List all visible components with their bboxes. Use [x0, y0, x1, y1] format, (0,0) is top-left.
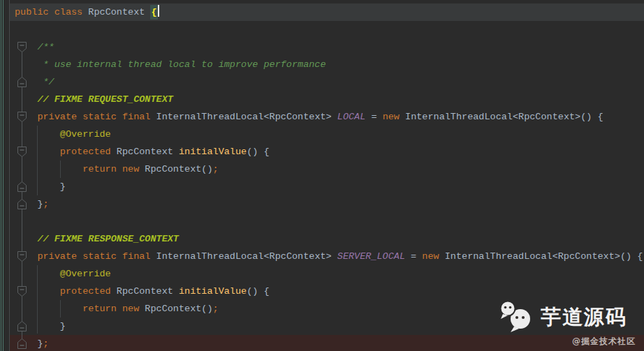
code-token-kw: public class: [15, 7, 88, 17]
watermark-credit-text: @掘金技术社区: [572, 336, 636, 348]
code-line-3[interactable]: /**: [10, 38, 644, 56]
gutter-separator: [9, 0, 10, 351]
code-token-fld: SERVER_LOCAL: [337, 251, 405, 262]
code-token-def: [15, 304, 82, 314]
text-caret: [158, 5, 159, 17]
code-token-def: () {: [247, 147, 269, 157]
fold-start-marker[interactable]: [17, 251, 27, 262]
code-token-kw: return new: [82, 164, 145, 174]
code-token-semi: ;: [213, 304, 219, 314]
code-line-7[interactable]: private static final InternalThreadLocal…: [10, 108, 644, 126]
code-token-fld: LOCAL: [337, 112, 366, 122]
code-token-def: =: [405, 251, 422, 262]
code-token-def: RpcContext(): [145, 164, 212, 174]
code-token-def: RpcContext: [117, 286, 179, 297]
wechat-icon: [499, 300, 534, 335]
code-line-10[interactable]: return new RpcContext();: [10, 160, 644, 178]
code-token-def: [15, 164, 82, 174]
code-line-11[interactable]: }: [10, 178, 644, 195]
code-token-def: InternalThreadLocal<RpcContext>() {: [439, 251, 643, 262]
fold-end-marker[interactable]: [17, 181, 27, 192]
indent-guide: [37, 265, 38, 334]
fold-end-marker[interactable]: [17, 338, 27, 349]
code-line-1[interactable]: public class RpcContext {: [10, 3, 644, 21]
watermark-brand-text: 芋道源码: [541, 304, 627, 331]
code-token-ann: @Override: [60, 269, 111, 279]
code-token-def: InternalThreadLocal<RpcContext>: [156, 112, 337, 122]
indent-guide: [37, 126, 38, 195]
code-token-def: InternalThreadLocal<RpcContext>() {: [400, 112, 603, 122]
code-line-20[interactable]: };: [10, 335, 644, 351]
code-token-kw: protected: [60, 286, 117, 297]
code-line-8[interactable]: @Override: [10, 126, 644, 143]
code-line-2[interactable]: [10, 21, 644, 38]
code-token-def: RpcContext: [117, 147, 179, 157]
code-token-semi: ;: [43, 338, 49, 349]
fold-end-marker[interactable]: [17, 77, 27, 87]
code-editor-area[interactable]: public class RpcContext { /** * use inte…: [0, 0, 644, 351]
code-token-semi: ;: [43, 199, 49, 209]
code-token-def: =: [365, 112, 382, 122]
code-line-15[interactable]: private static final InternalThreadLocal…: [10, 248, 644, 265]
code-token-def: InternalThreadLocal<RpcContext>: [156, 251, 337, 262]
intellij-editor: { "app": { "name": "IntelliJ-style Java …: [0, 0, 644, 351]
code-token-kw: private static final: [37, 251, 156, 262]
code-token-def: () {: [247, 286, 269, 297]
code-token-kw: protected: [60, 147, 117, 157]
code-token-kw: private static final: [37, 112, 156, 122]
code-token-def: RpcContext: [88, 7, 150, 17]
fold-start-marker[interactable]: [17, 112, 27, 122]
vcs-change-strip: [3, 0, 3, 351]
indent-guide: [60, 300, 61, 318]
code-token-semi: ;: [213, 164, 219, 174]
fold-start-marker[interactable]: [17, 42, 27, 52]
code-token-mth: initialValue: [179, 286, 247, 297]
code-token-ann: @Override: [60, 129, 111, 140]
fold-start-marker[interactable]: [17, 147, 27, 157]
code-line-16[interactable]: @Override: [10, 265, 644, 283]
fold-region-line: [22, 47, 22, 345]
code-line-12[interactable]: };: [10, 195, 644, 213]
fold-end-marker[interactable]: [17, 199, 27, 209]
code-line-5[interactable]: */: [10, 73, 644, 91]
code-token-kw: new: [422, 251, 439, 262]
code-token-kw: new: [383, 112, 400, 122]
code-token-brace: {: [150, 5, 157, 20]
fold-start-marker[interactable]: [17, 286, 27, 297]
code-token-def: RpcContext(): [145, 304, 212, 314]
code-token-todo: // FIXME RESPONSE_CONTEXT: [15, 234, 179, 244]
code-line-9[interactable]: protected RpcContext initialValue() {: [10, 143, 644, 160]
code-line-6[interactable]: // FIXME REQUEST_CONTEXT: [10, 91, 644, 108]
fold-end-marker[interactable]: [17, 321, 27, 331]
indent-guide: [60, 160, 61, 178]
code-token-todo: // FIXME REQUEST_CONTEXT: [15, 94, 173, 105]
code-line-17[interactable]: protected RpcContext initialValue() {: [10, 283, 644, 300]
code-token-doc: * use internal thread local to improve p…: [15, 59, 326, 70]
watermark: 芋道源码: [499, 300, 627, 335]
code-line-14[interactable]: // FIXME RESPONSE_CONTEXT: [10, 230, 644, 248]
code-line-4[interactable]: * use internal thread local to improve p…: [10, 56, 644, 73]
code-token-kw: return new: [82, 304, 145, 314]
code-line-13[interactable]: [10, 213, 644, 230]
vcs-change-strip: [1, 0, 1, 351]
code-token-mth: initialValue: [179, 147, 247, 157]
